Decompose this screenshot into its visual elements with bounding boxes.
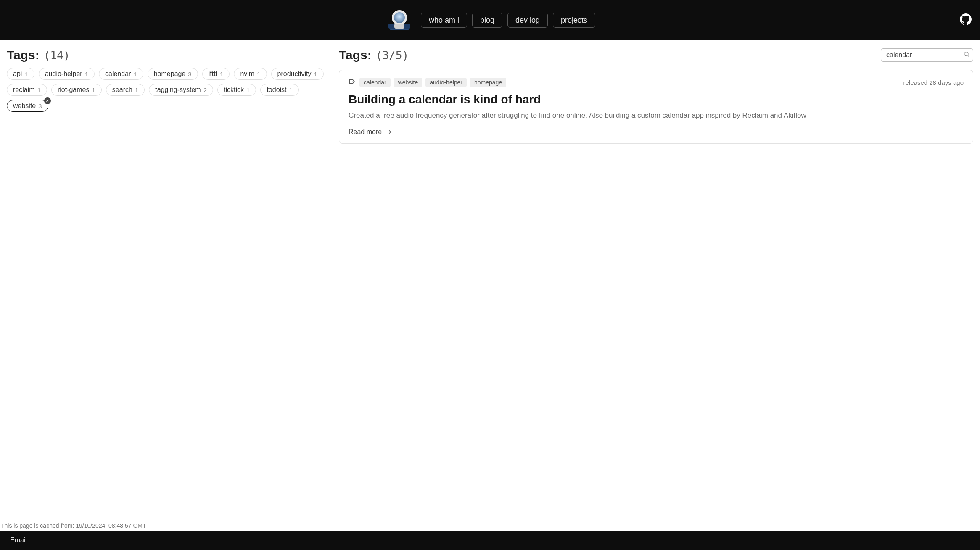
- card-tags: calendar website audio-helper homepage: [349, 78, 506, 87]
- nav-blog[interactable]: blog: [472, 13, 502, 28]
- tag-pill-audio-helper[interactable]: audio-helper1: [39, 68, 95, 80]
- read-more-link[interactable]: Read more: [349, 128, 392, 136]
- svg-point-7: [353, 81, 354, 82]
- tag-pill-label: nvim: [240, 71, 254, 77]
- tag-icon: [349, 79, 356, 86]
- nav-center: who am i blog dev log projects: [385, 5, 595, 35]
- astronaut-logo-icon: [386, 7, 413, 34]
- tag-pill-count: 1: [133, 71, 137, 77]
- content: Tags: (14) api1audio-helper1calendar1hom…: [0, 40, 980, 521]
- main-column: Tags: (3/5): [339, 48, 973, 521]
- tag-pill-calendar[interactable]: calendar1: [99, 68, 143, 80]
- search-input[interactable]: [881, 48, 973, 62]
- tag-pill-count: 1: [24, 71, 28, 77]
- main-tags-count: (3/5): [376, 49, 409, 62]
- svg-rect-3: [394, 24, 404, 29]
- card-description: Created a free audio frequency generator…: [349, 111, 964, 121]
- tag-pill-label: website: [13, 103, 36, 109]
- nav-links: who am i blog dev log projects: [421, 13, 595, 28]
- tag-remove-icon[interactable]: ✕: [44, 97, 51, 104]
- nav-projects[interactable]: projects: [553, 13, 595, 28]
- tag-pill-todoist[interactable]: todoist1: [260, 84, 298, 96]
- footer: Email: [0, 531, 980, 550]
- tag-pill-website[interactable]: website3✕: [7, 100, 48, 112]
- released-label: released 28 days ago: [903, 79, 964, 86]
- tag-pill-nvim[interactable]: nvim1: [234, 68, 267, 80]
- tag-pill-label: tagging-system: [155, 87, 201, 93]
- tag-pill-search[interactable]: search1: [106, 84, 145, 96]
- main-tags-heading: Tags: (3/5): [339, 48, 409, 62]
- cache-note: This is page is cached from: 19/10/2024,…: [0, 521, 980, 531]
- sidebar-tags-label: Tags:: [7, 48, 40, 62]
- tag-pill-label: reclaim: [13, 87, 35, 93]
- card-title: Building a calendar is kind of hard: [349, 93, 964, 106]
- tag-pill-count: 1: [289, 87, 293, 93]
- tag-pill-count: 1: [37, 87, 41, 93]
- tag-pill-ticktick[interactable]: ticktick1: [217, 84, 256, 96]
- arrow-right-icon: [385, 129, 392, 134]
- sidebar: Tags: (14) api1audio-helper1calendar1hom…: [7, 48, 330, 521]
- tag-pill-label: api: [13, 71, 22, 77]
- main-header-row: Tags: (3/5): [339, 48, 973, 62]
- card-tag[interactable]: audio-helper: [425, 78, 467, 87]
- tag-pill-count: 1: [246, 87, 250, 93]
- card-tag[interactable]: calendar: [359, 78, 391, 87]
- tag-pill-label: calendar: [105, 71, 131, 77]
- nav-dev-log[interactable]: dev log: [507, 13, 548, 28]
- tag-pill-api[interactable]: api1: [7, 68, 34, 80]
- svg-point-2: [394, 12, 405, 23]
- tag-pill-label: ifttt: [209, 71, 217, 77]
- post-card[interactable]: calendar website audio-helper homepage r…: [339, 70, 973, 144]
- tag-pill-count: 1: [135, 87, 138, 93]
- tag-pill-label: audio-helper: [45, 71, 82, 77]
- github-icon: [960, 13, 972, 25]
- tag-pill-label: ticktick: [224, 87, 244, 93]
- tag-pill-label: riot-games: [58, 87, 90, 93]
- search-wrap: [881, 48, 973, 62]
- tag-pill-count: 1: [85, 71, 88, 77]
- nav-who-am-i[interactable]: who am i: [421, 13, 467, 28]
- tag-pill-count: 3: [188, 71, 191, 77]
- logo[interactable]: [385, 5, 414, 35]
- card-tag[interactable]: website: [394, 78, 422, 87]
- github-link[interactable]: [960, 13, 972, 27]
- sidebar-tags-count: (14): [44, 49, 70, 62]
- tag-pill-label: productivity: [277, 71, 312, 77]
- svg-rect-4: [390, 29, 409, 30]
- tag-pill-riot-games[interactable]: riot-games1: [51, 84, 102, 96]
- tag-pill-count: 1: [257, 71, 260, 77]
- top-nav: who am i blog dev log projects: [0, 0, 980, 40]
- tag-pill-productivity[interactable]: productivity1: [271, 68, 324, 80]
- card-head: calendar website audio-helper homepage r…: [349, 78, 964, 87]
- tag-pill-homepage[interactable]: homepage3: [148, 68, 198, 80]
- tag-pill-tagging-system[interactable]: tagging-system2: [149, 84, 213, 96]
- card-tag[interactable]: homepage: [470, 78, 506, 87]
- read-more-label: Read more: [349, 128, 382, 136]
- main-tags-label: Tags:: [339, 48, 372, 62]
- tag-pill-label: homepage: [154, 71, 186, 77]
- sidebar-tag-list: api1audio-helper1calendar1homepage3ifttt…: [7, 68, 330, 112]
- sidebar-tags-heading: Tags: (14): [7, 48, 330, 62]
- tag-pill-label: todoist: [267, 87, 286, 93]
- tag-pill-count: 1: [92, 87, 95, 93]
- tag-pill-count: 2: [203, 87, 207, 93]
- footer-email-link[interactable]: Email: [10, 537, 27, 544]
- tag-pill-reclaim[interactable]: reclaim1: [7, 84, 47, 96]
- tag-pill-count: 3: [38, 103, 42, 109]
- tag-pill-count: 1: [314, 71, 317, 77]
- tag-pill-count: 1: [220, 71, 223, 77]
- tag-pill-label: search: [112, 87, 132, 93]
- tag-pill-ifttt[interactable]: ifttt1: [202, 68, 230, 80]
